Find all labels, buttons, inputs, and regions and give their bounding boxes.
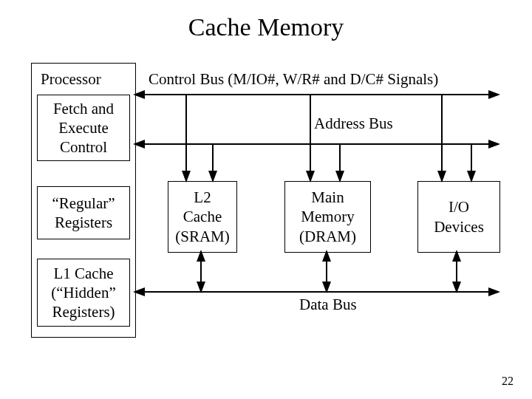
diagram-arrows [0,0,532,399]
